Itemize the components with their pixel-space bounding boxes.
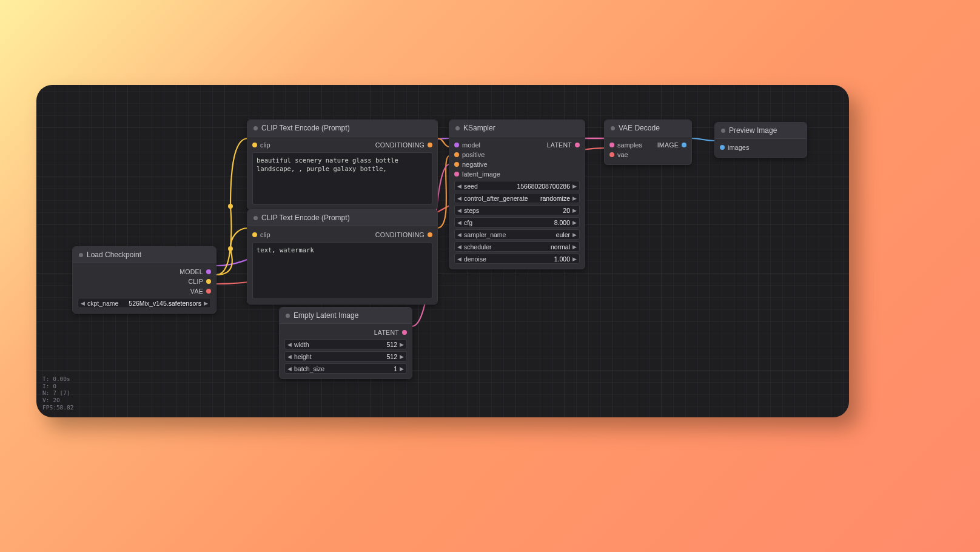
node-preview-image[interactable]: Preview Image images (714, 122, 807, 158)
widget-steps[interactable]: ◀ steps 20 ▶ (454, 205, 580, 215)
widget-denoise[interactable]: ◀ denoise 1.000 ▶ (454, 254, 580, 264)
input-vae[interactable]: vae (609, 151, 628, 158)
output-model[interactable]: MODEL (180, 268, 211, 275)
node-header[interactable]: VAE Decode (605, 120, 691, 136)
node-header[interactable]: CLIP Text Encode (Prompt) (247, 120, 437, 136)
port-icon[interactable] (454, 152, 459, 157)
node-header[interactable]: KSampler (449, 120, 585, 136)
collapse-icon[interactable] (79, 253, 83, 257)
collapse-icon[interactable] (253, 126, 258, 130)
widget-scheduler[interactable]: ◀ scheduler normal ▶ (454, 241, 580, 252)
widget-cfg[interactable]: ◀ cfg 8.000 ▶ (454, 217, 580, 227)
node-title: CLIP Text Encode (Prompt) (261, 214, 350, 222)
output-conditioning[interactable]: CONDITIONING (375, 231, 432, 238)
input-latent-image[interactable]: latent_image (454, 170, 500, 178)
port-icon[interactable] (206, 289, 211, 294)
arrow-left-icon[interactable]: ◀ (457, 195, 461, 201)
node-empty-latent[interactable]: Empty Latent Image LATENT ◀ width 512 ▶ … (279, 307, 412, 379)
output-vae[interactable]: VAE (190, 288, 211, 295)
arrow-left-icon[interactable]: ◀ (457, 256, 461, 262)
collapse-icon[interactable] (721, 129, 725, 133)
node-header[interactable]: Load Checkpoint (73, 247, 216, 263)
widget-control-after-generate[interactable]: ◀ control_after_generate randomize ▶ (454, 193, 580, 203)
node-header[interactable]: Empty Latent Image (280, 308, 412, 324)
arrow-left-icon[interactable]: ◀ (457, 183, 461, 189)
port-icon[interactable] (720, 145, 725, 150)
arrow-right-icon[interactable]: ▶ (572, 220, 577, 226)
input-positive[interactable]: positive (454, 151, 485, 158)
input-images[interactable]: images (720, 144, 749, 151)
port-icon[interactable] (206, 269, 211, 274)
port-icon[interactable] (402, 330, 407, 335)
arrow-left-icon[interactable]: ◀ (457, 207, 461, 214)
port-icon[interactable] (428, 143, 432, 147)
port-icon[interactable] (428, 232, 432, 237)
node-clip-encode-positive[interactable]: CLIP Text Encode (Prompt) clip CONDITION… (247, 119, 438, 210)
arrow-right-icon[interactable]: ▶ (572, 183, 577, 189)
node-title: Empty Latent Image (294, 311, 358, 320)
output-latent[interactable]: LATENT (374, 329, 407, 336)
arrow-right-icon[interactable]: ▶ (400, 342, 404, 348)
output-clip[interactable]: CLIP (188, 278, 211, 285)
node-title: Preview Image (729, 126, 777, 135)
collapse-icon[interactable] (611, 126, 615, 130)
widget-height[interactable]: ◀ height 512 ▶ (284, 351, 407, 362)
arrow-left-icon[interactable]: ◀ (287, 366, 292, 372)
port-icon[interactable] (252, 143, 257, 147)
widget-ckpt-name[interactable]: ◀ ckpt_name 526Mix_v145.safetensors ▶ (78, 298, 211, 308)
input-negative[interactable]: negative (454, 161, 488, 168)
node-editor-canvas[interactable]: Load Checkpoint MODEL CLIP VAE (36, 85, 849, 417)
port-icon[interactable] (609, 152, 614, 157)
arrow-left-icon[interactable]: ◀ (457, 232, 461, 238)
node-title: Load Checkpoint (87, 251, 141, 259)
widget-batch-size[interactable]: ◀ batch_size 1 ▶ (284, 363, 407, 374)
svg-point-0 (228, 204, 233, 209)
port-icon[interactable] (454, 162, 459, 167)
node-header[interactable]: Preview Image (715, 123, 807, 139)
prompt-textarea[interactable]: beautiful scenery nature glass bottle la… (252, 152, 432, 204)
collapse-icon[interactable] (286, 314, 290, 318)
port-icon[interactable] (454, 172, 459, 177)
arrow-left-icon[interactable]: ◀ (81, 300, 85, 306)
port-icon[interactable] (454, 143, 459, 147)
arrow-right-icon[interactable]: ▶ (400, 366, 404, 372)
port-icon[interactable] (609, 143, 614, 147)
arrow-right-icon[interactable]: ▶ (572, 256, 577, 262)
input-clip[interactable]: clip (252, 231, 270, 238)
port-icon[interactable] (682, 143, 686, 147)
node-load-checkpoint[interactable]: Load Checkpoint MODEL CLIP VAE (72, 246, 216, 314)
port-icon[interactable] (575, 143, 580, 147)
node-title: KSampler (463, 124, 495, 132)
output-image[interactable]: IMAGE (657, 141, 686, 149)
input-clip[interactable]: clip (252, 141, 270, 149)
arrow-right-icon[interactable]: ▶ (400, 354, 404, 360)
node-header[interactable]: CLIP Text Encode (Prompt) (247, 210, 437, 226)
arrow-left-icon[interactable]: ◀ (457, 220, 461, 226)
arrow-right-icon[interactable]: ▶ (204, 300, 208, 306)
node-title: CLIP Text Encode (Prompt) (261, 124, 350, 132)
prompt-textarea[interactable]: text, watermark (252, 242, 432, 299)
node-ksampler[interactable]: KSampler model LATENT positive (449, 119, 585, 269)
arrow-right-icon[interactable]: ▶ (572, 232, 577, 238)
svg-point-1 (228, 246, 233, 251)
port-icon[interactable] (206, 279, 211, 284)
arrow-left-icon[interactable]: ◀ (457, 244, 461, 250)
collapse-icon[interactable] (455, 126, 460, 130)
widget-width[interactable]: ◀ width 512 ▶ (284, 339, 407, 349)
arrow-left-icon[interactable]: ◀ (287, 342, 292, 348)
node-vae-decode[interactable]: VAE Decode samples IMAGE vae (604, 119, 692, 165)
node-clip-encode-negative[interactable]: CLIP Text Encode (Prompt) clip CONDITION… (247, 209, 438, 305)
arrow-right-icon[interactable]: ▶ (572, 207, 577, 214)
arrow-left-icon[interactable]: ◀ (287, 354, 292, 360)
output-conditioning[interactable]: CONDITIONING (375, 141, 432, 149)
node-title: VAE Decode (619, 124, 660, 132)
arrow-right-icon[interactable]: ▶ (572, 244, 577, 250)
arrow-right-icon[interactable]: ▶ (572, 195, 577, 201)
output-latent[interactable]: LATENT (547, 141, 580, 149)
port-icon[interactable] (252, 232, 257, 237)
widget-sampler-name[interactable]: ◀ sampler_name euler ▶ (454, 229, 580, 240)
input-model[interactable]: model (454, 141, 480, 149)
input-samples[interactable]: samples (609, 141, 642, 149)
widget-seed[interactable]: ◀ seed 156680208700286 ▶ (454, 181, 580, 191)
collapse-icon[interactable] (253, 216, 258, 220)
